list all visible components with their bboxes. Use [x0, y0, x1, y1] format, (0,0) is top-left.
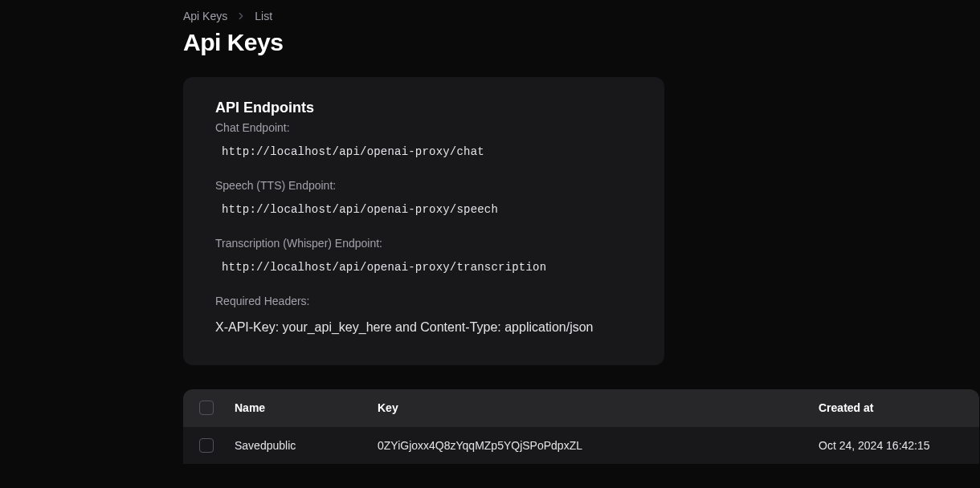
column-header-created[interactable]: Created at: [819, 401, 963, 414]
endpoint-url-transcription: http://localhost/api/openai-proxy/transc…: [215, 261, 632, 274]
endpoint-url-chat: http://localhost/api/openai-proxy/chat: [215, 145, 632, 158]
cell-key: 0ZYiGjoxx4Q8zYqqMZp5YQjSPoPdpxZL: [378, 439, 819, 452]
endpoint-url-speech: http://localhost/api/openai-proxy/speech: [215, 203, 632, 216]
breadcrumb-item-list[interactable]: List: [255, 10, 272, 22]
endpoint-label-speech: Speech (TTS) Endpoint:: [215, 179, 632, 192]
api-keys-table: Name Key Created at Savedpublic 0ZYiGjox…: [183, 389, 979, 464]
headers-text: X-API-Key: your_api_key_here and Content…: [215, 320, 632, 335]
card-title: API Endpoints: [215, 100, 632, 116]
breadcrumb: Api Keys List: [183, 10, 980, 22]
column-header-key[interactable]: Key: [378, 401, 819, 414]
cell-name: Savedpublic: [235, 439, 378, 452]
column-header-name[interactable]: Name: [235, 401, 378, 414]
cell-created: Oct 24, 2024 16:42:15: [819, 439, 963, 452]
endpoint-label-chat: Chat Endpoint:: [215, 121, 632, 134]
chevron-right-icon: [235, 10, 247, 22]
breadcrumb-item-apikeys[interactable]: Api Keys: [183, 10, 227, 22]
endpoint-label-transcription: Transcription (Whisper) Endpoint:: [215, 237, 632, 250]
row-checkbox[interactable]: [199, 438, 214, 453]
page-title: Api Keys: [183, 29, 980, 56]
api-endpoints-card: API Endpoints Chat Endpoint: http://loca…: [183, 77, 664, 365]
table-header-row: Name Key Created at: [183, 389, 979, 426]
select-all-checkbox[interactable]: [199, 401, 214, 415]
headers-label: Required Headers:: [215, 295, 632, 307]
table-row[interactable]: Savedpublic 0ZYiGjoxx4Q8zYqqMZp5YQjSPoPd…: [183, 426, 979, 464]
